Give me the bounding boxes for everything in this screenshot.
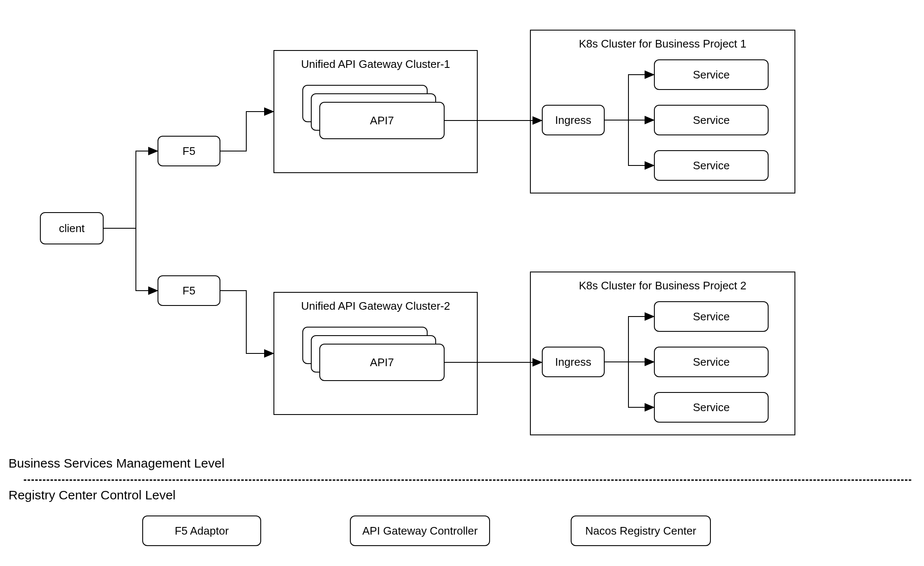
api7-label-1: API7 — [370, 114, 394, 127]
service-node-1c: Service — [654, 150, 769, 181]
ingress-label-1: Ingress — [555, 114, 591, 127]
api7-label-2: API7 — [370, 356, 394, 369]
f5-label-top: F5 — [183, 145, 195, 158]
nacos-label: Nacos Registry Center — [585, 524, 696, 538]
service-label-1a: Service — [693, 68, 730, 81]
service-label-1c: Service — [693, 159, 730, 172]
service-label-2a: Service — [693, 310, 730, 323]
service-node-2a: Service — [654, 301, 769, 332]
client-label: client — [59, 222, 85, 235]
api7-stack-1: API7 — [302, 85, 445, 140]
f5-adaptor-label: F5 Adaptor — [175, 524, 228, 538]
k8s-cluster-2-title: K8s Cluster for Business Project 2 — [531, 272, 794, 296]
registry-level-label: Registry Center Control Level — [8, 488, 176, 502]
level-divider — [24, 479, 911, 481]
api7-stack-2: API7 — [302, 327, 445, 382]
gateway-cluster-2-title: Unified API Gateway Cluster-2 — [274, 293, 477, 316]
service-label-2c: Service — [693, 401, 730, 414]
gateway-cluster-1-title: Unified API Gateway Cluster-1 — [274, 51, 477, 74]
api-controller-node: API Gateway Controller — [350, 516, 490, 546]
api-controller-label: API Gateway Controller — [362, 524, 478, 538]
nacos-node: Nacos Registry Center — [571, 516, 711, 546]
ingress-node-2: Ingress — [542, 347, 605, 377]
service-label-2b: Service — [693, 356, 730, 369]
business-level-label: Business Services Management Level — [8, 456, 225, 471]
f5-node-bottom: F5 — [158, 275, 220, 306]
k8s-cluster-1-title: K8s Cluster for Business Project 1 — [531, 31, 794, 54]
ingress-node-1: Ingress — [542, 105, 605, 135]
f5-node-top: F5 — [158, 136, 220, 166]
f5-label-bottom: F5 — [183, 284, 195, 297]
service-node-1a: Service — [654, 59, 769, 90]
service-node-1b: Service — [654, 105, 769, 135]
f5-adaptor-node: F5 Adaptor — [142, 516, 261, 546]
client-node: client — [40, 212, 104, 244]
service-label-1b: Service — [693, 114, 730, 127]
service-node-2c: Service — [654, 392, 769, 423]
ingress-label-2: Ingress — [555, 356, 591, 369]
service-node-2b: Service — [654, 347, 769, 377]
